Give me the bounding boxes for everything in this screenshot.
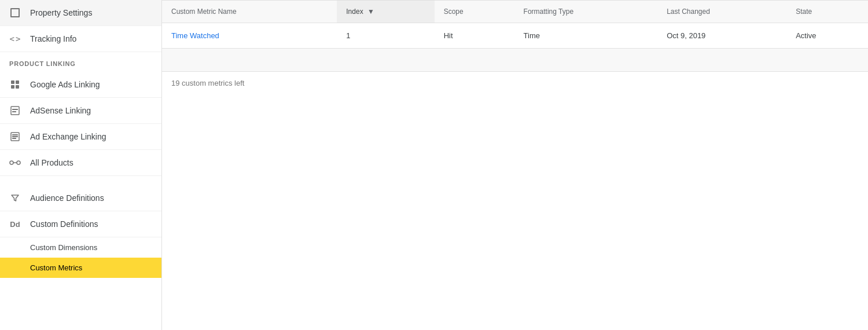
sort-desc-icon: ▼	[367, 8, 374, 16]
sidebar-label-tracking-info: Tracking Info	[30, 34, 76, 43]
svg-rect-7	[10, 161, 13, 164]
cell-name[interactable]: Time Watched	[162, 23, 337, 49]
sidebar-item-all-products[interactable]: All Products	[0, 150, 161, 176]
sidebar-label-audience-definitions: Audience Definitions	[30, 193, 104, 203]
cell-last-changed: Oct 9, 2019	[657, 23, 786, 49]
svg-rect-4	[12, 134, 18, 135]
sidebar-item-property-settings[interactable]: Property Settings	[0, 0, 161, 26]
sidebar-item-custom-definitions[interactable]: Dd Custom Definitions	[0, 211, 161, 237]
custom-metrics-label: Custom Metrics	[30, 263, 82, 272]
empty-cell	[162, 49, 868, 72]
sidebar-item-adsense-linking[interactable]: AdSense Linking	[0, 98, 161, 124]
sidebar-label-ad-exchange-linking: Ad Exchange Linking	[30, 132, 106, 141]
sidebar-label-all-products: All Products	[30, 158, 73, 167]
empty-row	[162, 49, 868, 72]
sidebar-label-google-ads-linking: Google Ads Linking	[30, 80, 100, 89]
col-header-last-changed[interactable]: Last Changed	[657, 1, 786, 23]
sidebar-item-ad-exchange-linking[interactable]: Ad Exchange Linking	[0, 124, 161, 150]
sidebar-label-property-settings: Property Settings	[30, 8, 92, 17]
adsense-icon	[9, 106, 21, 115]
table-footer: 19 custom metrics left	[162, 72, 868, 94]
cell-scope: Hit	[435, 23, 514, 49]
col-header-name[interactable]: Custom Metric Name	[162, 1, 337, 23]
filter-icon	[9, 193, 21, 203]
spacer	[0, 176, 161, 185]
table-row: Time Watched 1 Hit Time Oct 9, 2019 Acti…	[162, 23, 868, 49]
svg-rect-6	[12, 138, 16, 139]
grid-icon	[9, 80, 21, 89]
table-wrapper: Custom Metric Name Index ▼ Scope Formatt…	[162, 0, 868, 94]
sidebar-sub-item-custom-dimensions[interactable]: Custom Dimensions	[0, 237, 161, 258]
svg-rect-8	[17, 161, 20, 164]
svg-rect-5	[12, 136, 18, 137]
code-icon: <>	[9, 34, 21, 43]
sidebar-sub-item-custom-metrics[interactable]: Custom Metrics	[0, 258, 161, 278]
col-header-scope[interactable]: Scope	[435, 1, 514, 23]
col-header-index[interactable]: Index ▼	[337, 1, 434, 23]
sidebar-item-audience-definitions[interactable]: Audience Definitions	[0, 185, 161, 211]
dd-icon: Dd	[9, 220, 21, 229]
col-header-state[interactable]: State	[786, 1, 868, 23]
section-label-product-linking: PRODUCT LINKING	[0, 52, 161, 72]
sidebar-label-adsense-linking: AdSense Linking	[30, 106, 91, 115]
ad-exchange-icon	[9, 132, 21, 141]
sidebar-item-google-ads-linking[interactable]: Google Ads Linking	[0, 72, 161, 98]
metric-name-link[interactable]: Time Watched	[171, 31, 219, 40]
chain-icon	[9, 158, 21, 167]
cell-index: 1	[337, 23, 434, 49]
custom-dimensions-label: Custom Dimensions	[30, 243, 97, 252]
sidebar-label-custom-definitions: Custom Definitions	[30, 219, 98, 229]
sidebar: Property Settings <> Tracking Info PRODU…	[0, 0, 162, 330]
custom-metrics-table: Custom Metric Name Index ▼ Scope Formatt…	[162, 0, 868, 72]
svg-rect-0	[11, 107, 19, 115]
main-content: Custom Metric Name Index ▼ Scope Formatt…	[162, 0, 868, 330]
col-header-formatting-type[interactable]: Formatting Type	[514, 1, 658, 23]
sidebar-item-tracking-info[interactable]: <> Tracking Info	[0, 26, 161, 52]
cell-formatting-type: Time	[514, 23, 658, 49]
svg-rect-2	[12, 111, 16, 112]
square-outline-icon	[9, 8, 21, 17]
svg-rect-1	[12, 109, 18, 110]
cell-state: Active	[786, 23, 868, 49]
